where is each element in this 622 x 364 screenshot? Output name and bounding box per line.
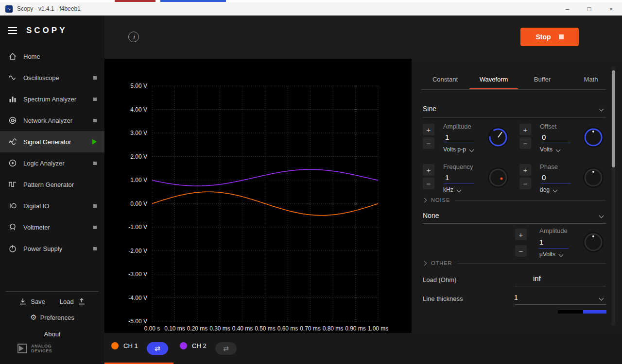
amplitude-increment-button[interactable]: + (423, 124, 434, 135)
offset-decrement-button[interactable]: − (519, 137, 531, 149)
svg-text:1.00 ms: 1.00 ms (368, 325, 389, 332)
phase-unit: deg (540, 186, 550, 193)
sidebar-item-pattern-generator[interactable]: Pattern Generator (0, 174, 104, 195)
pattern-generator-icon (8, 180, 17, 189)
svg-text:4.00 V: 4.00 V (130, 106, 147, 113)
load-button[interactable]: Load (60, 297, 86, 306)
info-icon[interactable]: i (128, 32, 139, 42)
sidebar-item-label: Oscilloscope (23, 74, 59, 82)
frequency-decrement-button[interactable]: − (423, 178, 434, 189)
phase-increment-button[interactable]: + (519, 164, 531, 176)
amplitude-decrement-button[interactable]: − (423, 137, 434, 149)
top-toolbar: i Stop (104, 16, 622, 59)
svg-text:-3.00 V: -3.00 V (128, 271, 147, 278)
svg-text:0.90 ms: 0.90 ms (345, 325, 366, 332)
about-button[interactable]: About (0, 331, 104, 338)
sidebar-item-digital-io[interactable]: Digital IO (0, 195, 104, 216)
hamburger-menu-icon[interactable] (8, 27, 17, 34)
tab-math[interactable]: Math (567, 69, 615, 89)
frequency-unit: kHz (443, 186, 453, 193)
offset-value[interactable]: 0 (542, 133, 546, 141)
sidebar-item-voltmeter[interactable]: Voltmeter (0, 216, 104, 238)
phase-label: Phase (540, 163, 558, 170)
chevron-down-icon[interactable] (599, 107, 604, 112)
noise-amplitude-value[interactable]: 1 (539, 238, 543, 246)
noise-section-label: NOISE (431, 197, 450, 203)
channel-2-button[interactable]: CH 2 (180, 342, 207, 349)
noise-amplitude-increment-button[interactable]: + (515, 229, 527, 240)
frequency-unit-select[interactable]: kHz (443, 186, 461, 193)
sidebar-item-label: Signal Generator (23, 138, 71, 146)
tab-buffer[interactable]: Buffer (518, 69, 567, 89)
offset-knob[interactable] (583, 127, 604, 148)
save-button[interactable]: Save (18, 297, 45, 306)
sidebar-item-signal-generator[interactable]: Signal Generator (0, 131, 104, 152)
minimize-icon[interactable]: – (556, 2, 578, 15)
other-section-header[interactable]: OTHER (423, 260, 606, 266)
home-icon (8, 52, 17, 61)
stop-label: Stop (536, 33, 551, 41)
scrollbar-thumb[interactable] (612, 70, 615, 167)
preferences-button[interactable]: ⚙ Preferences (0, 313, 104, 322)
window-title: Scopy - v1.4.1 - f4beeb1 (17, 5, 81, 12)
channel-2-color-dot (180, 342, 187, 349)
sidebar-item-oscilloscope[interactable]: Oscilloscope (0, 67, 104, 88)
frequency-underline (444, 183, 474, 183)
stopped-indicator (93, 76, 97, 80)
waveform-type-select[interactable]: Sine (423, 105, 436, 113)
noise-amplitude-knob[interactable] (583, 232, 604, 253)
tabs-divider (421, 89, 606, 90)
load-ohm-value[interactable]: inf (533, 274, 541, 282)
maximize-icon[interactable]: □ (578, 2, 600, 15)
amplitude-value[interactable]: 1 (445, 133, 449, 141)
amplitude-label: Amplitude (443, 123, 471, 130)
svg-text:0.60 ms: 0.60 ms (277, 325, 298, 332)
frequency-increment-button[interactable]: + (423, 164, 434, 176)
chevron-down-icon[interactable] (599, 214, 604, 218)
stop-button[interactable]: Stop (520, 28, 579, 46)
sidebar-item-network-analyzer[interactable]: Network Analyzer (0, 110, 104, 131)
close-icon[interactable]: × (600, 2, 622, 15)
spectrum-icon (8, 95, 17, 103)
waveform-type-underline (423, 117, 606, 117)
sidebar-item-logic-analyzer[interactable]: Logic Analyzer (0, 152, 104, 174)
noise-section-header[interactable]: NOISE (423, 197, 606, 203)
offset-increment-button[interactable]: + (519, 124, 531, 135)
sidebar-item-home[interactable]: Home (0, 46, 104, 67)
sidebar-item-label: Spectrum Analyzer (23, 96, 76, 103)
channel-2-enable-toggle[interactable]: ⇄ (215, 342, 237, 355)
phase-value[interactable]: 0 (542, 173, 546, 182)
brand-line1: ANALOG (31, 344, 52, 348)
phase-knob[interactable] (583, 167, 604, 188)
other-section-label: OTHER (431, 260, 452, 266)
waveform-plot: 5.00 V4.00 V3.00 V2.00 V1.00 V0.00 V-1.0… (104, 59, 412, 333)
signal-settings-panel: Constant Waveform Buffer Math Sine + − A… (412, 59, 622, 333)
phase-unit-select[interactable]: deg (540, 186, 557, 193)
scopy-window: SCOPY Home Oscilloscope Spectrum Analyze… (0, 16, 622, 364)
amplitude-knob[interactable] (487, 127, 509, 148)
frequency-value[interactable]: 1 (445, 173, 449, 182)
line-thickness-value[interactable]: 1 (514, 294, 518, 301)
frequency-knob[interactable] (487, 167, 509, 188)
channel-1-enable-toggle[interactable]: ⇄ (147, 342, 168, 355)
noise-type-select[interactable]: None (423, 212, 439, 219)
offset-unit-select[interactable]: Volts (540, 146, 560, 153)
scopy-app-icon: ∿ (5, 5, 13, 13)
phase-decrement-button[interactable]: − (519, 178, 531, 189)
sidebar-divider (6, 291, 99, 292)
chevron-down-icon[interactable] (599, 296, 604, 301)
chevron-right-icon (422, 198, 427, 202)
save-icon (18, 297, 27, 306)
channel-1-button[interactable]: CH 1 (111, 342, 138, 349)
svg-text:3.00 V: 3.00 V (130, 130, 147, 136)
amplitude-unit-select[interactable]: Volts p-p (443, 146, 473, 153)
sidebar-item-label: Logic Analyzer (23, 160, 65, 167)
sidebar-item-power-supply[interactable]: Power Supply (0, 238, 104, 259)
svg-text:0.80 ms: 0.80 ms (323, 325, 344, 332)
tab-waveform[interactable]: Waveform (469, 69, 518, 89)
sidebar-item-spectrum-analyzer[interactable]: Spectrum Analyzer (0, 88, 104, 110)
noise-amplitude-unit-select[interactable]: µVolts (539, 251, 563, 258)
noise-amplitude-decrement-button[interactable]: − (515, 245, 527, 257)
brand-line2: DEVICES (31, 348, 52, 353)
tab-constant[interactable]: Constant (421, 69, 469, 89)
